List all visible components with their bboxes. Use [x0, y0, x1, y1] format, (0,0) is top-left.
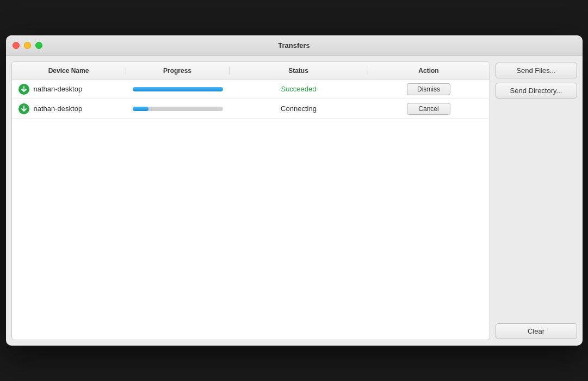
device-name-0: nathan-desktop: [34, 85, 83, 93]
dismiss-button[interactable]: Dismiss: [407, 83, 450, 95]
device-cell-1: nathan-desktop: [12, 103, 126, 114]
header-status: Status: [230, 67, 368, 75]
window-title: Transfers: [278, 41, 310, 50]
progress-bar-container-1: [133, 107, 223, 111]
header-action: Action: [368, 67, 490, 75]
progress-bar-container-0: [133, 87, 223, 91]
progress-bar-fill-0: [133, 87, 223, 91]
window-body: Device Name Progress Status Action natha…: [6, 56, 583, 346]
download-icon-1: [18, 103, 29, 114]
device-cell-0: nathan-desktop: [12, 84, 126, 95]
action-cell-1: Cancel: [368, 103, 490, 115]
download-icon-0: [18, 84, 29, 95]
action-cell-0: Dismiss: [368, 83, 490, 95]
progress-cell-0: [126, 87, 230, 91]
table-header: Device Name Progress Status Action: [12, 62, 490, 79]
header-device-name: Device Name: [12, 67, 126, 75]
sidebar-spacer: [496, 103, 577, 319]
titlebar: Transfers: [6, 35, 583, 56]
table-row: nathan-desktop Succeeded Dismiss: [12, 79, 490, 99]
traffic-lights: [13, 42, 42, 49]
transfers-window: Transfers Device Name Progress Status Ac…: [6, 35, 583, 346]
send-directory-button[interactable]: Send Directory...: [496, 83, 577, 99]
send-files-button[interactable]: Send Files...: [496, 63, 577, 78]
main-panel: Device Name Progress Status Action natha…: [11, 62, 490, 340]
close-button[interactable]: [13, 42, 20, 49]
table-body: nathan-desktop Succeeded Dismiss: [12, 79, 490, 340]
device-name-1: nathan-desktop: [34, 105, 83, 113]
table-row: nathan-desktop Connecting Cancel: [12, 99, 490, 119]
progress-bar-fill-1: [133, 107, 149, 111]
status-cell-0: Succeeded: [230, 85, 368, 93]
sidebar-panel: Send Files... Send Directory... Clear: [490, 56, 583, 346]
status-cell-1: Connecting: [230, 105, 368, 113]
clear-button[interactable]: Clear: [496, 323, 577, 339]
minimize-button[interactable]: [24, 42, 31, 49]
progress-cell-1: [126, 107, 230, 111]
header-progress: Progress: [126, 67, 230, 75]
maximize-button[interactable]: [35, 42, 42, 49]
cancel-button[interactable]: Cancel: [407, 103, 450, 115]
